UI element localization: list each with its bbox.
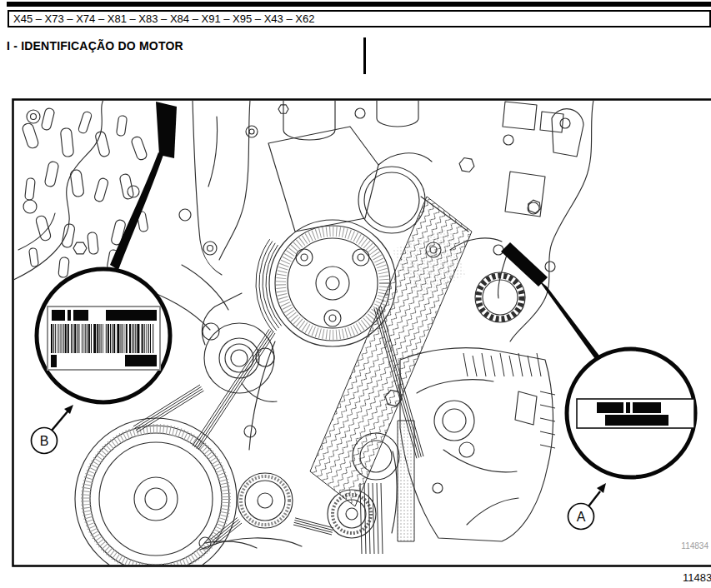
arrowhead-a-icon: [597, 483, 606, 493]
callout-b-arrow-line: [51, 411, 68, 431]
figure-number: 114834: [681, 541, 708, 551]
leader-line-b: [110, 152, 163, 270]
leader-line-a: [538, 280, 599, 359]
manual-page: { "header": { "models_line": "X45 – X73 …: [0, 0, 711, 588]
magnifier-a: [567, 349, 695, 477]
footer-number: 11483: [683, 571, 711, 584]
engraved-plate: [577, 399, 694, 428]
callout-a-letter: A: [577, 510, 586, 524]
callout-a-arrow-line: [588, 491, 600, 506]
engine-identification-figure: B A 114834 11483: [0, 0, 711, 588]
callout-b-letter: B: [40, 434, 49, 448]
barcode-label: [48, 306, 160, 370]
callout-a: A: [568, 483, 607, 530]
magnifier-b: [37, 269, 170, 402]
label-b-marker: [156, 102, 177, 158]
label-a-marker: [501, 242, 548, 287]
callout-b: B: [32, 405, 74, 454]
